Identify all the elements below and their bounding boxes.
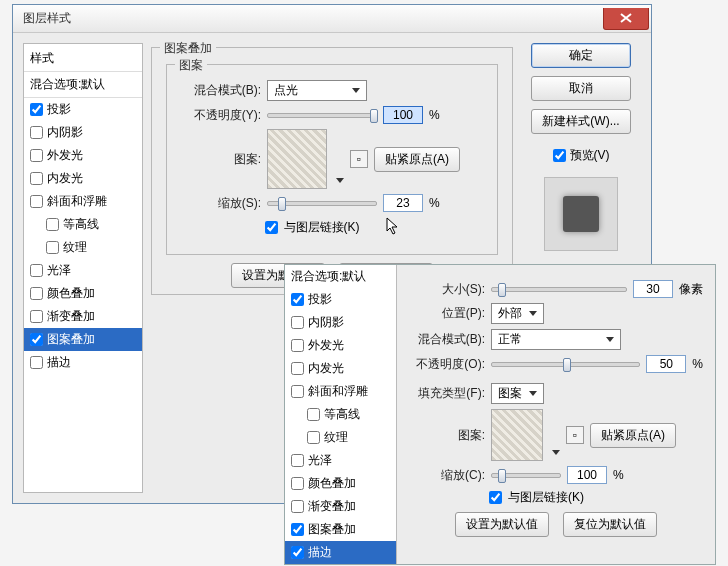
stroke-blend-select[interactable]: 正常 (491, 329, 621, 350)
overlay-list-checkbox-3[interactable] (291, 362, 304, 375)
style-list-header-styles[interactable]: 样式 (24, 46, 142, 72)
titlebar[interactable]: 图层样式 (13, 5, 651, 33)
stroke-new-preset-button[interactable]: ▫ (566, 426, 584, 444)
overlay-list-checkbox-8[interactable] (291, 477, 304, 490)
stroke-blend-label: 混合模式(B): (409, 331, 485, 348)
close-button[interactable] (603, 8, 649, 30)
style-list-header-blend[interactable]: 混合选项:默认 (24, 72, 142, 98)
style-list-item-4[interactable]: 斜面和浮雕 (24, 190, 142, 213)
style-list-item-1[interactable]: 内阴影 (24, 121, 142, 144)
style-list-item-10[interactable]: 图案叠加 (24, 328, 142, 351)
stroke-snap-origin-button[interactable]: 贴紧原点(A) (590, 423, 676, 448)
overlay-list-item-6[interactable]: 纹理 (285, 426, 396, 449)
pattern-swatch[interactable] (267, 129, 327, 189)
overlay-list-header[interactable]: 混合选项:默认 (285, 265, 396, 288)
scale-value[interactable]: 23 (383, 194, 423, 212)
stroke-opacity-label: 不透明度(O): (409, 356, 485, 373)
overlay-list-checkbox-5[interactable] (307, 408, 320, 421)
chevron-down-icon[interactable] (336, 178, 344, 183)
overlay-list-checkbox-1[interactable] (291, 316, 304, 329)
overlay-list-item-4[interactable]: 斜面和浮雕 (285, 380, 396, 403)
stroke-pattern-swatch[interactable] (491, 409, 543, 461)
overlay-list-label-7: 光泽 (308, 452, 332, 469)
style-list-checkbox-5[interactable] (46, 218, 59, 231)
overlay-list-item-9[interactable]: 渐变叠加 (285, 495, 396, 518)
overlay-list-checkbox-10[interactable] (291, 523, 304, 536)
style-list: 样式 混合选项:默认 投影内阴影外发光内发光斜面和浮雕等高线纹理光泽颜色叠加渐变… (23, 43, 143, 493)
overlay-list-checkbox-6[interactable] (307, 431, 320, 444)
size-value[interactable]: 30 (633, 280, 673, 298)
style-list-item-3[interactable]: 内发光 (24, 167, 142, 190)
preview-thumbnail (544, 177, 618, 251)
cancel-button[interactable]: 取消 (531, 76, 631, 101)
fill-type-select[interactable]: 图案 (491, 383, 544, 404)
style-list-checkbox-11[interactable] (30, 356, 43, 369)
overlay-list-checkbox-2[interactable] (291, 339, 304, 352)
style-list-item-0[interactable]: 投影 (24, 98, 142, 121)
style-list-checkbox-1[interactable] (30, 126, 43, 139)
overlay-list-item-10[interactable]: 图案叠加 (285, 518, 396, 541)
stroke-set-default-button[interactable]: 设置为默认值 (455, 512, 549, 537)
style-list-checkbox-6[interactable] (46, 241, 59, 254)
stroke-scale-slider[interactable] (491, 473, 561, 478)
style-list-checkbox-8[interactable] (30, 287, 43, 300)
overlay-list-label-10: 图案叠加 (308, 521, 356, 538)
opacity-slider[interactable] (267, 113, 377, 118)
scale-slider[interactable] (267, 201, 377, 206)
overlay-list-item-8[interactable]: 颜色叠加 (285, 472, 396, 495)
style-list-item-5[interactable]: 等高线 (24, 213, 142, 236)
overlay-list-item-3[interactable]: 内发光 (285, 357, 396, 380)
preview-label: 预览(V) (570, 147, 610, 164)
ok-button[interactable]: 确定 (531, 43, 631, 68)
style-list-checkbox-0[interactable] (30, 103, 43, 116)
stroke-settings: 大小(S): 30 像素 位置(P): 外部 混合模式(B): 正常 不透明度(… (397, 265, 715, 564)
overlay-list-item-0[interactable]: 投影 (285, 288, 396, 311)
style-list-label-2: 外发光 (47, 147, 83, 164)
style-list-checkbox-3[interactable] (30, 172, 43, 185)
stroke-scale-value[interactable]: 100 (567, 466, 607, 484)
size-label: 大小(S): (409, 281, 485, 298)
new-style-button[interactable]: 新建样式(W)... (531, 109, 631, 134)
style-list-item-2[interactable]: 外发光 (24, 144, 142, 167)
link-with-layer-checkbox[interactable] (265, 221, 278, 234)
style-list-checkbox-10[interactable] (30, 333, 43, 346)
style-list-item-9[interactable]: 渐变叠加 (24, 305, 142, 328)
style-list-checkbox-7[interactable] (30, 264, 43, 277)
stroke-link-label: 与图层链接(K) (508, 489, 584, 506)
size-slider[interactable] (491, 287, 627, 292)
style-list-item-7[interactable]: 光泽 (24, 259, 142, 282)
style-list-label-6: 纹理 (63, 239, 87, 256)
overlay-list-item-1[interactable]: 内阴影 (285, 311, 396, 334)
overlay-list-item-7[interactable]: 光泽 (285, 449, 396, 472)
preview-checkbox[interactable] (553, 149, 566, 162)
style-list-label-10: 图案叠加 (47, 331, 95, 348)
style-list-item-8[interactable]: 颜色叠加 (24, 282, 142, 305)
style-list-checkbox-9[interactable] (30, 310, 43, 323)
opacity-value[interactable]: 100 (383, 106, 423, 124)
stroke-opacity-value[interactable]: 50 (646, 355, 686, 373)
fill-type-label: 填充类型(F): (409, 385, 485, 402)
overlay-list-checkbox-4[interactable] (291, 385, 304, 398)
blend-mode-label: 混合模式(B): (181, 82, 261, 99)
overlay-list-item-5[interactable]: 等高线 (285, 403, 396, 426)
overlay-list-checkbox-7[interactable] (291, 454, 304, 467)
overlay-list-checkbox-9[interactable] (291, 500, 304, 513)
style-list-checkbox-2[interactable] (30, 149, 43, 162)
stroke-link-checkbox[interactable] (489, 491, 502, 504)
blend-mode-select[interactable]: 点光 (267, 80, 367, 101)
group-legend: 图案叠加 (160, 40, 216, 57)
style-list-item-11[interactable]: 描边 (24, 351, 142, 374)
overlay-list-item-2[interactable]: 外发光 (285, 334, 396, 357)
chevron-down-icon[interactable] (552, 450, 560, 455)
style-list-item-6[interactable]: 纹理 (24, 236, 142, 259)
overlay-list-checkbox-0[interactable] (291, 293, 304, 306)
position-select[interactable]: 外部 (491, 303, 544, 324)
overlay-list-checkbox-11[interactable] (291, 546, 304, 559)
stroke-opacity-slider[interactable] (491, 362, 640, 367)
overlay-list-item-11[interactable]: 描边 (285, 541, 396, 564)
stroke-reset-default-button[interactable]: 复位为默认值 (563, 512, 657, 537)
snap-origin-button[interactable]: 贴紧原点(A) (374, 147, 460, 172)
new-preset-button[interactable]: ▫ (350, 150, 368, 168)
style-list-checkbox-4[interactable] (30, 195, 43, 208)
link-label: 与图层链接(K) (284, 219, 360, 236)
